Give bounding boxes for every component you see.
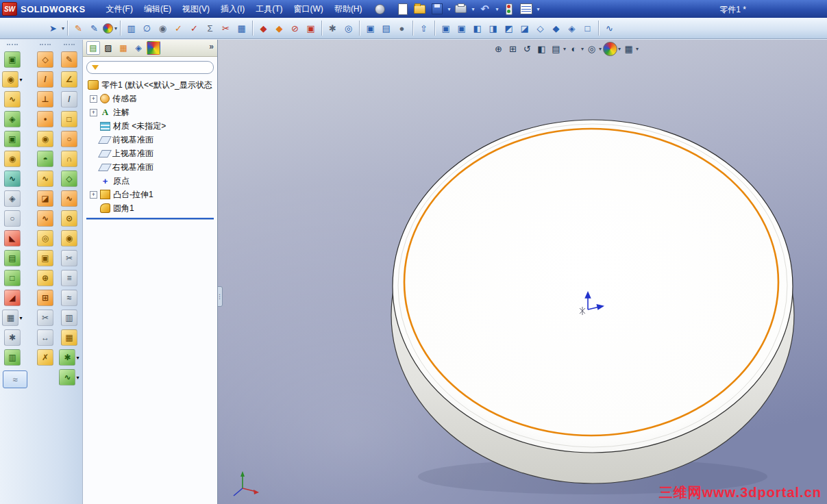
view-orientation-icon[interactable]: ▤ bbox=[550, 42, 563, 55]
rollback-bar[interactable] bbox=[86, 218, 214, 219]
selection-filter-icon[interactable]: ▥ bbox=[124, 21, 138, 36]
cavity-icon[interactable]: ▣ bbox=[37, 250, 53, 266]
extruded-cut-icon[interactable]: ▣ bbox=[4, 131, 21, 147]
hide-show-items-icon[interactable]: ◎ bbox=[585, 42, 598, 55]
undo-icon[interactable]: ↶ bbox=[478, 2, 492, 16]
expand-toggle-icon[interactable] bbox=[90, 191, 97, 199]
line-icon[interactable]: / bbox=[61, 91, 77, 108]
tree-item-plane[interactable]: 前视基准面 bbox=[84, 133, 216, 147]
panel-tab-overflow[interactable]: » bbox=[209, 42, 214, 51]
linear-pattern-icon[interactable]: ▦ bbox=[2, 310, 18, 326]
trim-icon[interactable]: ✂ bbox=[219, 21, 233, 36]
chamfer-icon[interactable]: ◣ bbox=[4, 230, 21, 247]
zoom-area-icon[interactable]: ⊞ bbox=[506, 42, 519, 55]
tab-dimxpertmanager[interactable]: ◈ bbox=[132, 41, 145, 55]
spline-icon[interactable]: ∿ bbox=[61, 190, 77, 207]
check-sketch-icon[interactable]: ✓ bbox=[171, 21, 186, 36]
trim-entities-icon[interactable]: ✂ bbox=[61, 250, 77, 266]
tree-filter-box[interactable] bbox=[86, 61, 214, 74]
ellipse-icon[interactable]: ⊙ bbox=[61, 210, 77, 227]
print-dropdown[interactable]: ▾ bbox=[472, 6, 475, 12]
disc-top-face[interactable] bbox=[393, 120, 793, 453]
swept-boss-icon[interactable]: ∿ bbox=[4, 91, 21, 108]
rebuild-icon[interactable] bbox=[502, 2, 516, 16]
coordinate-system-icon[interactable]: ⊥ bbox=[37, 91, 53, 108]
indent-icon[interactable]: ◪ bbox=[37, 190, 53, 207]
menu-help[interactable]: 帮助(H) bbox=[329, 1, 368, 18]
tree-item-plane[interactable]: 上视基准面 bbox=[84, 147, 216, 160]
view-normal-icon[interactable]: □ bbox=[580, 21, 595, 36]
options-dropdown[interactable]: ▾ bbox=[537, 6, 540, 12]
mass-properties-icon[interactable]: ◉ bbox=[156, 21, 170, 36]
select-tool-icon-dropdown[interactable]: ▾ bbox=[62, 25, 64, 32]
texture-icon[interactable]: ▣ bbox=[363, 21, 378, 36]
tree-item-origin[interactable]: +原点 bbox=[84, 174, 216, 188]
rib-icon[interactable]: ▤ bbox=[4, 250, 21, 266]
select-tool-icon[interactable]: ➤ bbox=[46, 21, 60, 36]
rectangle-icon[interactable]: □ bbox=[61, 111, 77, 127]
design-table-icon[interactable]: ▦ bbox=[234, 21, 249, 36]
view-bottom-icon[interactable]: ◪ bbox=[517, 21, 532, 36]
toolbar-grip[interactable] bbox=[7, 44, 18, 49]
viewport-canvas[interactable] bbox=[218, 40, 827, 504]
tree-item-annotations[interactable]: A注解 bbox=[84, 105, 216, 119]
block-icon[interactable]: ▣ bbox=[304, 21, 318, 36]
sketch-text-icon-dropdown[interactable]: ▾ bbox=[76, 355, 79, 361]
delete-body-icon[interactable]: ✗ bbox=[37, 349, 53, 366]
view-trimetric-icon[interactable]: ◈ bbox=[565, 21, 579, 36]
wrap-icon[interactable]: ◎ bbox=[37, 230, 53, 247]
graphics-viewport[interactable]: ⋮ ⊕⊞↺◧▤▾◐▾◎▾▾▦▾ 三维网www.3dportal.cn bbox=[218, 40, 827, 504]
tab-featuremanager[interactable]: ▤ bbox=[86, 41, 100, 55]
tree-item-plane[interactable]: 右视基准面 bbox=[84, 160, 216, 174]
suppress-icon[interactable]: ⊘ bbox=[288, 21, 302, 36]
mirror-icon[interactable]: ▥ bbox=[4, 349, 21, 366]
material-editor-icon[interactable]: ▤ bbox=[379, 21, 393, 36]
tree-item-sensors[interactable]: 传感器 bbox=[84, 92, 216, 105]
3d-sketch-icon[interactable]: ✎ bbox=[87, 21, 101, 36]
join-icon[interactable]: ⊕ bbox=[37, 270, 53, 286]
sketch-text-icon[interactable]: ✱ bbox=[59, 349, 75, 366]
reference-axis-icon[interactable]: / bbox=[37, 71, 53, 88]
appearance-color-icon-dropdown[interactable]: ▾ bbox=[114, 25, 117, 32]
tree-item-fillet[interactable]: 圆角1 bbox=[84, 201, 216, 215]
sketch-fillet-icon[interactable]: ◉ bbox=[61, 230, 77, 247]
move-copy-icon[interactable]: ↔ bbox=[37, 329, 53, 346]
sketch-tool-icon[interactable]: ✎ bbox=[61, 51, 77, 68]
sphere-icon[interactable]: ● bbox=[395, 21, 409, 36]
apply-scene-icon[interactable]: ▦ bbox=[622, 42, 635, 55]
view-orientation-icon-dropdown[interactable]: ▾ bbox=[563, 46, 566, 52]
print-icon[interactable] bbox=[454, 2, 468, 16]
view-left-icon[interactable]: ◧ bbox=[470, 21, 484, 36]
curve-icon[interactable]: ∿ bbox=[602, 21, 617, 36]
3d-curve-icon-dropdown[interactable]: ▾ bbox=[76, 375, 79, 381]
section-view-icon[interactable]: ◧ bbox=[535, 42, 548, 55]
new-document-icon[interactable] bbox=[396, 2, 410, 16]
menu-edit[interactable]: 编辑(E) bbox=[138, 1, 177, 18]
polygon-icon[interactable]: ◇ bbox=[61, 171, 77, 187]
apply-scene-icon-dropdown[interactable]: ▾ bbox=[636, 46, 639, 52]
smart-dimension-icon[interactable]: ∠ bbox=[61, 71, 77, 88]
toolbox-icon[interactable]: ✱ bbox=[325, 21, 340, 36]
dome-icon[interactable]: ◓ bbox=[37, 151, 53, 167]
circular-pattern-icon[interactable]: ✱ bbox=[4, 329, 21, 346]
view-back-icon[interactable]: ▣ bbox=[454, 21, 469, 36]
display-style-icon-dropdown[interactable]: ▾ bbox=[581, 46, 584, 52]
view-top-icon[interactable]: ◩ bbox=[502, 21, 516, 36]
split-icon[interactable]: ✂ bbox=[37, 310, 53, 326]
flex-icon[interactable]: ∿ bbox=[37, 210, 53, 227]
linear-pattern-icon-dropdown[interactable]: ▾ bbox=[19, 315, 22, 321]
equations-icon[interactable]: Σ bbox=[203, 21, 217, 36]
point-icon[interactable]: • bbox=[37, 111, 53, 127]
shell-icon[interactable]: □ bbox=[4, 270, 21, 286]
expand-toggle-icon[interactable] bbox=[90, 95, 97, 103]
tab-configurationmanager[interactable]: ▦ bbox=[116, 41, 130, 55]
edit-feature-icon[interactable]: ◆ bbox=[256, 21, 271, 36]
tree-item-boss-extrude[interactable]: 凸台-拉伸1 bbox=[84, 188, 216, 201]
tree-filter-input[interactable] bbox=[102, 62, 208, 72]
spell-check-icon[interactable]: ✓ bbox=[187, 21, 201, 36]
menu-view[interactable]: 视图(V) bbox=[177, 1, 215, 18]
resources-icon[interactable] bbox=[375, 4, 385, 14]
tree-item-material[interactable]: 材质 <未指定> bbox=[84, 119, 216, 133]
swept-cut-icon[interactable]: ∿ bbox=[4, 171, 21, 187]
sketch-icon[interactable]: ✎ bbox=[71, 21, 86, 36]
